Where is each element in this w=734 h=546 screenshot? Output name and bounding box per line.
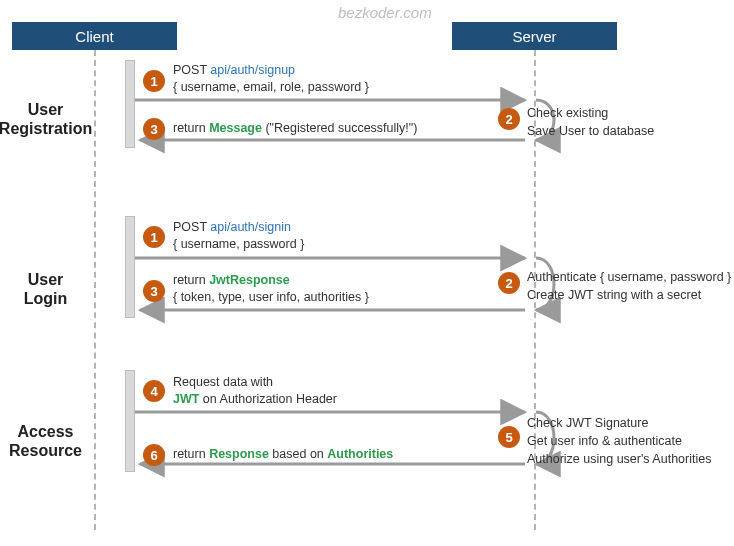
sequence-diagram: bezkoder.com Client Server User Registra…: [0, 0, 734, 546]
step-badge-5: 5: [498, 426, 520, 448]
step-badge-2: 2: [498, 108, 520, 130]
step-badge-2: 2: [498, 272, 520, 294]
step-badge-3: 3: [143, 118, 165, 140]
step-badge-6: 6: [143, 444, 165, 466]
step-badge-4: 4: [143, 380, 165, 402]
note-authenticate-jwt: Authenticate { username, password } Crea…: [527, 268, 731, 304]
note-check-save: Check existing Save User to database: [527, 104, 654, 140]
step-badge-1: 1: [143, 226, 165, 248]
msg-signin-request: POST api/auth/signin { username, passwor…: [173, 219, 304, 253]
msg-signup-request: POST api/auth/signup { username, email, …: [173, 62, 369, 96]
step-badge-3: 3: [143, 280, 165, 302]
msg-access-request: Request data with JWT on Authorization H…: [173, 374, 337, 408]
note-verify-authorize: Check JWT Signature Get user info & auth…: [527, 414, 711, 468]
msg-signup-response: return Message ("Registered successfully…: [173, 120, 417, 137]
step-badge-1: 1: [143, 70, 165, 92]
msg-access-response: return Response based on Authorities: [173, 446, 393, 463]
msg-signin-response: return JwtResponse { token, type, user i…: [173, 272, 369, 306]
